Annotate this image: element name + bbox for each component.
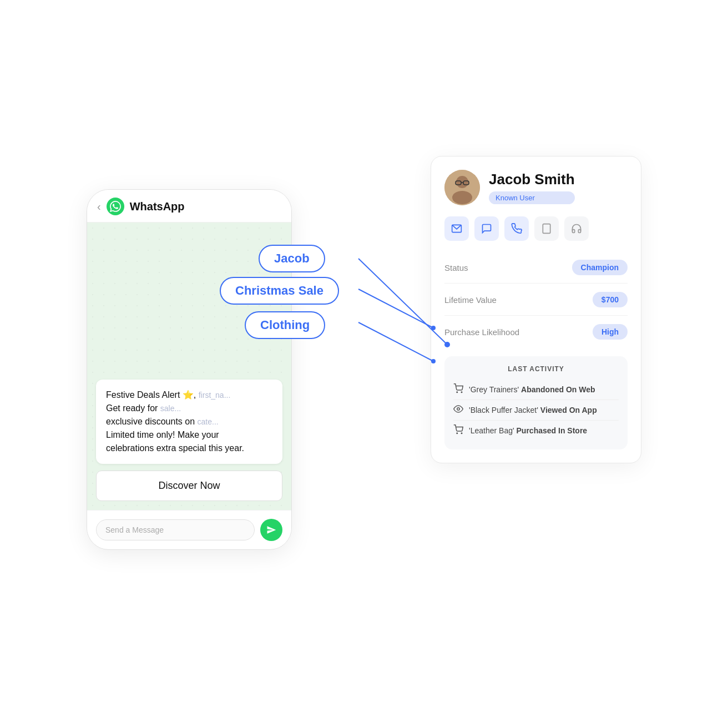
avatar xyxy=(444,170,480,205)
sale-placeholder: sale... xyxy=(160,404,181,413)
message-input[interactable]: Send a Message xyxy=(96,519,255,540)
profile-stats: Status Champion Lifetime Value $700 Purc… xyxy=(444,252,628,347)
activity-text-3: 'Leather Bag' Purchased In Store xyxy=(469,426,587,435)
activity-item-1: 'Grey Trainers' Abandoned On Web xyxy=(453,380,619,400)
lifetime-value: $700 xyxy=(593,292,628,307)
svg-line-2 xyxy=(358,289,433,328)
tooltip-christmas: Christmas Sale xyxy=(220,277,339,305)
activity-title: LAST ACTIVITY xyxy=(453,365,619,373)
purchase-label: Purchase Likelihood xyxy=(444,327,519,337)
svg-point-18 xyxy=(457,433,458,434)
tablet-channel-icon[interactable] xyxy=(534,216,559,241)
activity-item-3: 'Leather Bag' Purchased In Store xyxy=(453,421,619,441)
profile-header: Jacob Smith Known User xyxy=(444,170,628,205)
status-value: Champion xyxy=(572,260,628,275)
known-user-badge: Known User xyxy=(489,191,575,204)
category-placeholder: cate... xyxy=(198,417,219,426)
svg-point-19 xyxy=(461,433,462,434)
discover-button[interactable]: Discover Now xyxy=(96,471,282,501)
phone-footer: Send a Message xyxy=(87,510,291,549)
activity-text-1: 'Grey Trainers' Abandoned On Web xyxy=(469,385,595,394)
activity-item-2: 'Black Puffer Jacket' Viewed On App xyxy=(453,400,619,421)
profile-info: Jacob Smith Known User xyxy=(489,171,575,204)
cart-icon-1 xyxy=(453,383,463,396)
send-button[interactable] xyxy=(260,519,282,541)
svg-point-8 xyxy=(452,191,472,204)
svg-point-16 xyxy=(461,392,462,393)
message-line-3: exclusive discounts on cate... xyxy=(106,415,272,428)
svg-line-4 xyxy=(358,322,433,361)
tooltip-clothing: Clothing xyxy=(245,311,325,339)
phone-channel-icon[interactable] xyxy=(504,216,529,241)
svg-point-17 xyxy=(457,408,460,411)
profile-card: Jacob Smith Known User Status xyxy=(431,156,641,463)
message-line-2: Get ready for sale... xyxy=(106,402,272,415)
activity-text-2: 'Black Puffer Jacket' Viewed On App xyxy=(469,406,597,414)
phone-header: ‹ WhatsApp xyxy=(87,190,291,223)
purchase-value: High xyxy=(593,324,628,340)
message-line-1: Festive Deals Alert ⭐, first_na... xyxy=(106,388,272,402)
tooltip-jacob: Jacob xyxy=(259,245,325,272)
app-title: WhatsApp xyxy=(130,200,185,213)
first-name-placeholder: first_na... xyxy=(199,391,231,400)
cart-icon-2 xyxy=(453,424,463,437)
purchase-likelihood-row: Purchase Likelihood High xyxy=(444,316,628,347)
email-channel-icon[interactable] xyxy=(444,216,469,241)
phone-mockup: ‹ WhatsApp Festive Deals Alert ⭐, first_… xyxy=(87,189,292,550)
svg-point-7 xyxy=(456,176,468,188)
back-icon[interactable]: ‹ xyxy=(97,200,101,213)
eye-icon xyxy=(453,404,463,416)
last-activity-section: LAST ACTIVITY 'Grey Trainers' Abandoned … xyxy=(444,356,628,449)
lifetime-value-row: Lifetime Value $700 xyxy=(444,284,628,316)
status-row: Status Champion xyxy=(444,252,628,284)
profile-name: Jacob Smith xyxy=(489,171,575,188)
svg-rect-13 xyxy=(543,224,550,234)
headset-channel-icon[interactable] xyxy=(564,216,589,241)
channel-icons xyxy=(444,216,628,241)
lifetime-label: Lifetime Value xyxy=(444,295,497,305)
chat-channel-icon[interactable] xyxy=(474,216,499,241)
whatsapp-icon xyxy=(107,198,124,215)
status-label: Status xyxy=(444,263,468,272)
message-line-5: celebrations extra special this year. xyxy=(106,442,272,455)
message-bubble: Festive Deals Alert ⭐, first_na... Get r… xyxy=(96,380,282,464)
svg-point-15 xyxy=(457,392,458,393)
message-line-4: Limited time only! Make your xyxy=(106,428,272,442)
